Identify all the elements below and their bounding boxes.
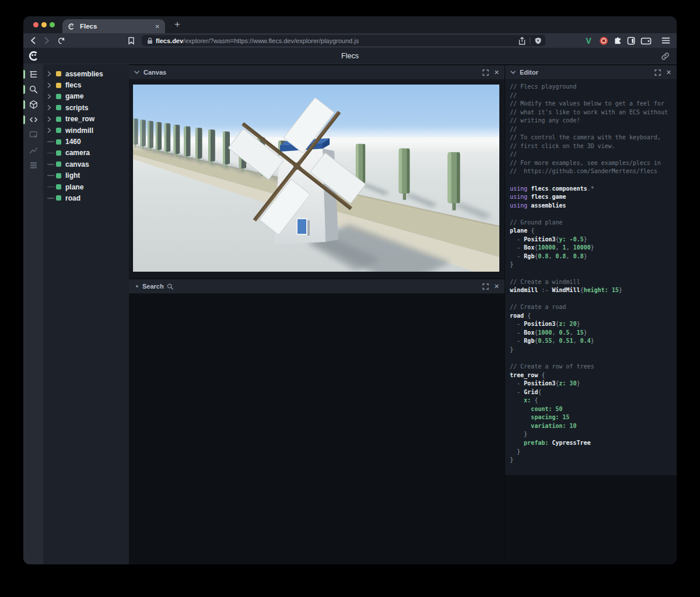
- panel-dot-icon[interactable]: [136, 285, 138, 287]
- code-line[interactable]: // Modify the values below to get a feel…: [510, 100, 677, 108]
- brave-shield-icon[interactable]: [534, 37, 542, 45]
- tree-item-1460[interactable]: 1460: [43, 136, 129, 147]
- code-line[interactable]: - Rgb{0.8, 0.8, 0.8}: [510, 252, 677, 261]
- code-line[interactable]: windmill :- WindMill{height: 15}: [510, 286, 677, 295]
- code-editor[interactable]: // Flecs playground//// Modify the value…: [505, 80, 677, 475]
- code-line[interactable]: }: [510, 346, 677, 354]
- code-line[interactable]: [510, 354, 677, 363]
- tree-item-camera[interactable]: camera: [43, 148, 129, 159]
- code-line[interactable]: //: [510, 150, 677, 159]
- expand-chevron-icon[interactable]: [47, 105, 56, 111]
- code-line[interactable]: using assemblies: [510, 202, 677, 210]
- code-line[interactable]: // Ground plane: [510, 219, 677, 227]
- sidebar-icon-statistics[interactable]: [29, 145, 38, 155]
- code-line[interactable]: // first click on the 3D view.: [510, 142, 677, 151]
- code-line[interactable]: - Position3{z: 30}: [510, 380, 677, 388]
- code-line[interactable]: //: [510, 125, 677, 134]
- expand-chevron-icon[interactable]: [47, 71, 56, 77]
- red-extension-icon[interactable]: [598, 36, 609, 45]
- fullscreen-icon[interactable]: [654, 69, 661, 76]
- tab-close-icon[interactable]: ✕: [155, 23, 160, 30]
- code-line[interactable]: - Grid{: [510, 388, 677, 397]
- bookmark-icon[interactable]: [126, 36, 136, 45]
- sidebar-icon-tables[interactable]: [29, 160, 38, 170]
- 3d-viewport[interactable]: [133, 85, 499, 272]
- code-line[interactable]: count: 50: [510, 405, 677, 414]
- code-line[interactable]: // Flecs playground: [510, 83, 677, 92]
- vue-devtools-icon[interactable]: V: [583, 36, 594, 45]
- extensions-puzzle-icon[interactable]: [612, 36, 623, 45]
- code-line[interactable]: spacing: 15: [510, 413, 677, 422]
- url-bar[interactable]: flecs.dev/explorer/?wasm=https://www.fle…: [142, 35, 545, 46]
- tree-item-windmill[interactable]: windmill: [43, 125, 129, 136]
- code-line[interactable]: - Position3{y: -0.5}: [510, 236, 677, 244]
- code-line[interactable]: // what it's like to work with an ECS wi…: [510, 108, 677, 117]
- code-line[interactable]: // https://github.com/SanderMertens/flec…: [510, 167, 677, 176]
- code-line[interactable]: prefab: CypressTree: [510, 439, 677, 448]
- traffic-light-close[interactable]: [33, 22, 38, 27]
- code-line[interactable]: [510, 269, 677, 278]
- chevron-down-icon[interactable]: [134, 71, 139, 74]
- code-line[interactable]: [510, 176, 677, 185]
- reload-button[interactable]: [56, 36, 66, 45]
- wallet-icon[interactable]: [639, 36, 652, 45]
- code-line[interactable]: using flecs.game: [510, 193, 677, 202]
- tree-item-flecs[interactable]: flecs: [43, 79, 129, 90]
- tree-item-road[interactable]: road: [43, 192, 129, 203]
- code-line[interactable]: // For more examples, see examples/plecs…: [510, 159, 677, 168]
- chevron-down-icon[interactable]: [510, 71, 516, 74]
- code-line[interactable]: }: [510, 430, 677, 439]
- sidebar-icon-code[interactable]: [29, 115, 38, 125]
- code-line[interactable]: // writing any code!: [510, 117, 677, 125]
- code-line[interactable]: using flecs.components.*: [510, 185, 677, 194]
- tree-item-light[interactable]: light: [43, 170, 129, 181]
- link-icon[interactable]: [661, 52, 670, 61]
- code-line[interactable]: // Create a road: [510, 303, 677, 312]
- new-tab-button[interactable]: +: [170, 17, 184, 31]
- fullscreen-icon[interactable]: [482, 283, 489, 290]
- code-line[interactable]: - Box{1000, 0.5, 15}: [510, 329, 677, 338]
- code-line[interactable]: //: [510, 92, 677, 100]
- sidebar-icon[interactable]: [626, 36, 636, 45]
- code-line[interactable]: road {: [510, 312, 677, 321]
- code-line[interactable]: - Box{10000, 1, 10000}: [510, 244, 677, 252]
- code-line[interactable]: }: [510, 261, 677, 269]
- code-line[interactable]: x: {: [510, 396, 677, 405]
- expand-chevron-icon[interactable]: [47, 82, 56, 88]
- code-line[interactable]: // To control the camera with the keyboa…: [510, 134, 677, 142]
- tree-item-tree_row[interactable]: tree_row: [43, 114, 129, 125]
- close-icon[interactable]: ✕: [494, 69, 499, 76]
- code-line[interactable]: [510, 295, 677, 304]
- share-icon[interactable]: [519, 37, 526, 45]
- sidebar-icon-3d-cube[interactable]: [29, 100, 38, 110]
- close-icon[interactable]: ✕: [666, 69, 671, 76]
- expand-chevron-icon[interactable]: [47, 116, 56, 122]
- search-panel-body[interactable]: [129, 294, 505, 564]
- sidebar-icon-inspector[interactable]: [29, 130, 38, 140]
- code-line[interactable]: }: [510, 448, 677, 456]
- code-line[interactable]: // Create a row of trees: [510, 363, 677, 371]
- expand-chevron-icon[interactable]: [47, 128, 56, 134]
- code-line[interactable]: }: [510, 456, 677, 465]
- code-line[interactable]: tree_row {: [510, 371, 677, 380]
- tree-item-plane[interactable]: plane: [43, 181, 129, 192]
- code-line[interactable]: variation: 10: [510, 422, 677, 431]
- back-button[interactable]: [28, 36, 38, 45]
- tree-item-game[interactable]: game: [43, 91, 129, 102]
- sidebar-icon-search[interactable]: [29, 85, 38, 94]
- code-line[interactable]: // Create a windmill: [510, 278, 677, 287]
- menu-hamburger-icon[interactable]: [660, 36, 671, 45]
- expand-chevron-icon[interactable]: [47, 93, 56, 99]
- tree-item-assemblies[interactable]: assemblies: [43, 68, 129, 79]
- traffic-light-zoom[interactable]: [50, 22, 55, 27]
- code-line[interactable]: [510, 210, 677, 219]
- tree-item-scripts[interactable]: scripts: [43, 102, 129, 113]
- code-line[interactable]: - Position3{z: 20}: [510, 320, 677, 329]
- sidebar-icon-entity-tree[interactable]: [29, 69, 38, 79]
- close-icon[interactable]: ✕: [494, 283, 499, 290]
- code-line[interactable]: - Rgb{0.55, 0.51, 0.4}: [510, 337, 677, 346]
- forward-button[interactable]: [42, 36, 52, 45]
- browser-tab[interactable]: Flecs ✕: [62, 19, 165, 33]
- fullscreen-icon[interactable]: [482, 69, 489, 76]
- code-line[interactable]: plane {: [510, 227, 677, 236]
